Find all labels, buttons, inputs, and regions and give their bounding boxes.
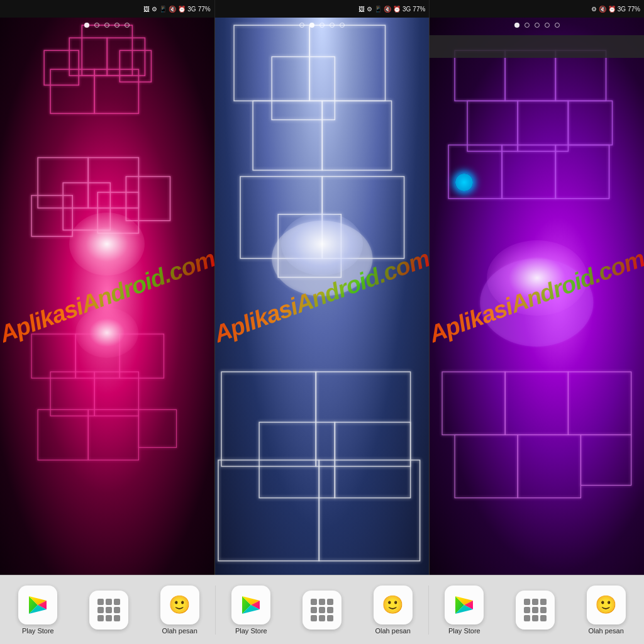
svg-rect-39 (467, 101, 518, 151)
svg-rect-46 (506, 372, 569, 435)
grid-dot-3-1 (524, 599, 530, 605)
battery-2: 77% (413, 6, 425, 13)
glow-center-pink-top (69, 213, 145, 275)
grid-dot-2 (106, 599, 112, 605)
svg-rect-34 (319, 460, 419, 561)
grid-dot-7 (97, 615, 104, 621)
page-dots-1 (0, 23, 214, 28)
svg-rect-25 (322, 101, 391, 170)
grid-icon-wrap-2[interactable] (303, 591, 341, 630)
svg-rect-23 (272, 57, 335, 119)
grid-icon-wrap-1[interactable] (89, 591, 128, 630)
cube-overlay-pink (0, 18, 214, 575)
settings-icon-2: ⚙ (367, 6, 372, 13)
grid-dot-9 (114, 615, 120, 621)
svg-rect-49 (518, 435, 581, 497)
dot-3-5[interactable] (555, 23, 560, 28)
dot-3-4[interactable] (545, 23, 550, 28)
msg-icon-2: 🙂 (382, 594, 404, 615)
svg-rect-37 (506, 50, 556, 101)
grid-dots-1 (97, 599, 120, 621)
play-store-icon-wrap-1[interactable] (18, 586, 57, 625)
svg-rect-42 (448, 145, 502, 199)
dot-1-2[interactable] (94, 23, 99, 28)
msg-icon-wrap-2[interactable]: 🙂 (374, 586, 413, 625)
dot-1-1[interactable] (84, 23, 89, 28)
grid-dot-2-3 (327, 599, 333, 605)
message-item-2[interactable]: 🙂 Olah pesan (374, 586, 413, 635)
play-store-icon-wrap-2[interactable] (231, 586, 270, 625)
image-icon-2: 🖼 (358, 6, 365, 13)
glow-center-pink-bottom (75, 308, 138, 358)
wallpaper-purple[interactable]: AplikasiAndroid.com (430, 18, 644, 575)
grid-item-3[interactable] (516, 591, 555, 630)
settings-icon-3: ⚙ (591, 6, 597, 13)
grid-dot-2-4 (311, 607, 317, 613)
svg-rect-0 (69, 38, 107, 75)
play-store-icon-3 (452, 593, 476, 617)
svg-rect-22 (309, 25, 385, 101)
grid-item-2[interactable] (303, 591, 341, 630)
status-bar: 🖼 ⚙ 📱 🔇 ⏰ 3G 77% 🖼 ⚙ 📱 🔇 ⏰ 3G 77% ⚙ 🔇 ⏰ … (0, 0, 644, 18)
dot-2-4[interactable] (330, 23, 335, 28)
dot-1-5[interactable] (125, 23, 130, 28)
svg-rect-33 (218, 460, 319, 561)
dot-2-3[interactable] (319, 23, 325, 28)
dot-3-2[interactable] (525, 23, 530, 28)
play-store-item-2[interactable]: Play Store (231, 586, 270, 635)
dot-3-1[interactable] (514, 23, 519, 28)
grid-dot-2-9 (327, 615, 333, 621)
wallpaper-blue[interactable]: AplikasiAndroid.com (215, 18, 430, 575)
alarm-icon-2: ⏰ (393, 6, 401, 13)
msg-label-3: Olah pesan (589, 627, 624, 635)
play-store-label-3: Play Store (448, 627, 480, 635)
svg-rect-29 (221, 372, 316, 466)
grid-icon-wrap-3[interactable] (516, 591, 555, 630)
svg-rect-30 (316, 372, 410, 466)
svg-rect-9 (126, 177, 170, 221)
grid-dot-3-8 (532, 615, 538, 621)
grid-dot-3-3 (540, 599, 547, 605)
dot-1-4[interactable] (114, 23, 119, 28)
grid-dot-3-6 (540, 607, 547, 613)
phone-panel-3: AplikasiAndroid.com (430, 18, 644, 575)
svg-rect-24 (253, 101, 322, 170)
image-icon-1: 🖼 (143, 6, 150, 13)
play-store-item-3[interactable]: Play Store (445, 586, 484, 635)
dot-1-3[interactable] (104, 23, 109, 28)
message-item-3[interactable]: 🙂 Olah pesan (587, 586, 626, 635)
grid-dot-6 (114, 607, 120, 613)
taskbar-section-1: Play Store 🙂 Olah (3, 586, 216, 635)
grid-dots-3 (524, 599, 547, 621)
wallpaper-pink[interactable]: AplikasiAndroid.com (0, 18, 214, 575)
svg-rect-5 (44, 50, 79, 85)
grid-dot-2-2 (319, 599, 325, 605)
mute-icon-3: 🔇 (599, 6, 606, 13)
dot-2-5[interactable] (340, 23, 345, 28)
play-store-item-1[interactable]: Play Store (18, 586, 57, 635)
dot-2-1[interactable] (299, 23, 304, 28)
grid-dot-3-5 (532, 607, 538, 613)
page-dots-3 (430, 23, 644, 28)
message-item-1[interactable]: 🙂 Olah pesan (160, 586, 199, 635)
grid-dot-8 (106, 615, 112, 621)
dot-3-3[interactable] (535, 23, 540, 28)
svg-rect-48 (455, 435, 518, 497)
alarm-icon-1: ⏰ (178, 6, 186, 13)
msg-icon-1: 🙂 (169, 594, 191, 615)
grid-dot-3-7 (524, 615, 530, 621)
msg-label-1: Olah pesan (162, 627, 197, 635)
msg-icon-wrap-1[interactable]: 🙂 (160, 586, 199, 625)
play-store-icon-wrap-3[interactable] (445, 586, 484, 625)
play-store-label-2: Play Store (235, 627, 267, 635)
signal-icon-2: 3G (402, 6, 411, 13)
main-content: AplikasiAndroid.com (0, 18, 644, 575)
mute-icon-2: 🔇 (384, 6, 391, 13)
msg-icon-wrap-3[interactable]: 🙂 (587, 586, 626, 625)
play-store-label-1: Play Store (22, 627, 54, 635)
grid-dot-5 (106, 607, 112, 613)
grid-item-1[interactable] (89, 591, 128, 630)
grid-dot-3 (114, 599, 120, 605)
svg-rect-45 (442, 372, 505, 435)
dot-2-2[interactable] (309, 23, 314, 28)
